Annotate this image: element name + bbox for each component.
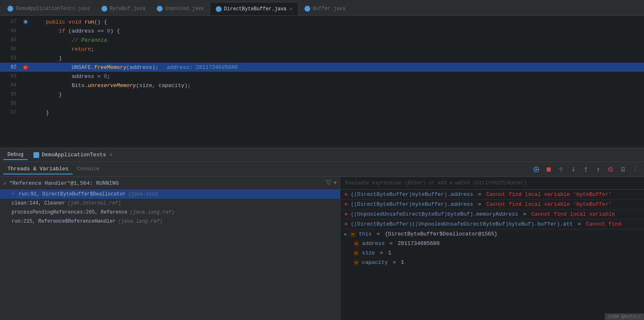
step-out-button[interactable] — [580, 164, 591, 175]
thread-header: ✓ "Reference Handler"@1,564: RUNNING ▼ — [0, 177, 340, 189]
line-content-88: if (address == 0) { — [30, 28, 120, 34]
tab-label-bytebuf: ByteBuf.java — [110, 6, 145, 12]
stack-frame-1[interactable]: clean:144, Cleaner (jdk.internal.ref) — [0, 199, 340, 208]
var-expand-this[interactable]: ▶ — [344, 232, 347, 237]
eval-bar[interactable]: Evaluate expression (Enter) or add a wat… — [340, 177, 644, 190]
stack-method-2: processPendingReferences:265, Reference — [12, 209, 127, 215]
var-item-address: ∞ address = 2811734685680 — [340, 239, 644, 248]
mark-button[interactable] — [618, 164, 628, 175]
var-name-this: this — [359, 231, 372, 237]
var-eq-size: = — [380, 250, 383, 256]
mute-icon — [608, 167, 613, 172]
tab-label-demo: DemoApplicationTests.java — [16, 6, 90, 12]
tab-icon-buffer — [304, 6, 310, 12]
thread-name: "Reference Handler"@1,564: RUNNING — [9, 180, 323, 186]
line-content-87: public void run() { — [30, 19, 107, 25]
line-content-94: Bits.unreserveMemory(size, capacity); — [30, 82, 191, 89]
tab-threads-variables[interactable]: Threads & Variables — [3, 164, 73, 174]
stack-frame-3[interactable]: run:215, Reference$ReferenceHandler (jav… — [0, 217, 340, 226]
mark-icon — [620, 167, 626, 172]
stack-method-3: run:215, Reference$ReferenceHandler — [12, 219, 116, 224]
debug-session-label: DemoApplicationTests — [42, 152, 106, 158]
code-line-89: 89 // Paranoia — [0, 35, 644, 45]
more-icon: ⋮ — [632, 165, 639, 174]
tab-demo[interactable]: DemoApplicationTests.java — [2, 2, 96, 15]
var-item-capacity: ∞ capacity = 1 — [340, 258, 644, 267]
line-content-95: } — [30, 92, 62, 98]
tab-label-buffer: Buffer.java — [313, 6, 345, 12]
svg-point-1 — [24, 21, 27, 23]
var-name-size: size — [362, 250, 375, 256]
var-val-this: {DirectByteBuffer$Deallocator@1565} — [385, 231, 498, 237]
watch-eq-1: = — [478, 201, 481, 207]
watch-val-3: Cannot find — [586, 221, 621, 227]
var-icon-this: ∞ — [350, 231, 356, 237]
watch-val-2: Cannot find local variable — [531, 211, 615, 217]
var-val-size: 1 — [388, 250, 392, 256]
line-content-89: // Paranoia — [30, 37, 107, 43]
line-num-87: 87 — [0, 19, 21, 25]
thread-dropdown-icon[interactable]: ▼ — [334, 180, 337, 186]
variables-panel: Evaluate expression (Enter) or add a wat… — [340, 177, 644, 320]
svg-marker-14 — [326, 180, 331, 184]
debug-toolbar: Threads & Variables Console — [0, 162, 644, 177]
thread-filter-icon[interactable] — [326, 179, 331, 187]
line-num-92: 92 — [0, 64, 21, 70]
stack-frame-2[interactable]: processPendingReferences:265, Reference … — [0, 208, 340, 217]
stack-class-0: (java.nio) — [128, 191, 158, 197]
resume-button[interactable] — [531, 164, 542, 175]
stack-arrow-0: ↩ — [12, 191, 14, 197]
debug-session-tab[interactable]: DemoApplicationTests ✕ — [29, 150, 116, 160]
stack-frame-0[interactable]: ↩ run:92, DirectByteBuffer$Deallocator (… — [0, 189, 340, 199]
breakpoint-92: 🍎 — [23, 65, 28, 70]
code-line-90: 90 return; — [0, 45, 644, 54]
code-line-93: 93 address = 0; — [0, 72, 644, 81]
stack-method-1: clean:144, Cleaner — [12, 200, 65, 206]
step-out2-button[interactable] — [593, 164, 604, 175]
debug-session-close[interactable]: ✕ — [109, 152, 112, 158]
watch-error-icon-2: ⊗ — [344, 211, 347, 217]
code-line-96: 96 — [0, 99, 644, 108]
step-into-button[interactable] — [568, 164, 579, 175]
step-over-icon — [558, 167, 564, 172]
tab-unpooled[interactable]: Unpooled.java — [151, 2, 210, 15]
debug-content: ✓ "Reference Handler"@1,564: RUNNING ▼ ↩… — [0, 177, 644, 320]
watch-expr-3: ((DirectByteBuffer)((UnpooledUnsafeDirec… — [351, 221, 573, 227]
line-content-91: } — [30, 55, 62, 61]
line-num-93: 93 — [0, 73, 21, 79]
stop-button[interactable] — [543, 164, 554, 175]
svg-line-13 — [609, 168, 612, 171]
step-over-button[interactable] — [556, 164, 566, 175]
var-val-address: 2811734685680 — [398, 240, 439, 247]
svg-marker-7 — [572, 170, 575, 172]
tab-buffer[interactable]: Buffer.java — [299, 2, 351, 15]
mute-button[interactable] — [605, 164, 616, 175]
step-out2-icon — [595, 167, 601, 172]
watch-item-1: ⊗ ((DirectByteBuffer)byteBuffer).address… — [340, 200, 644, 209]
status-bar: CSDN @m1f2c3 — [605, 313, 644, 320]
stack-class-1: (jdk.internal.ref) — [68, 200, 121, 206]
watch-item-3: ⊗ ((DirectByteBuffer)((UnpooledUnsafeDir… — [340, 219, 644, 229]
var-eq-address: = — [389, 240, 393, 247]
debug-tab-main[interactable]: Debug — [3, 150, 28, 160]
tab-console[interactable]: Console — [73, 164, 104, 174]
more-button[interactable]: ⋮ — [630, 164, 641, 175]
tab-close-directbytebuffer[interactable]: ✕ — [290, 6, 293, 12]
tab-bytebuf[interactable]: ByteBuf.java — [96, 2, 151, 15]
line-num-94: 94 — [0, 82, 21, 88]
watch-eq-0: = — [478, 191, 481, 198]
step-into-icon — [571, 167, 576, 172]
line-content-93: address = 0; — [30, 73, 110, 80]
watch-error-icon-1: ⊗ — [344, 201, 347, 207]
status-text: CSDN @m1f2c3 — [608, 314, 641, 319]
line-num-95: 95 — [0, 92, 21, 97]
tab-label-unpooled: Unpooled.java — [165, 6, 204, 12]
code-line-95: 95 } — [0, 90, 644, 99]
tab-directbytebuffer[interactable]: DirectByteBuffer.java ✕ — [210, 2, 299, 15]
watch-item-0: ⊗ ((DirectByteBuffer)byteBuffer).address… — [340, 190, 644, 200]
stack-method-0: run:92, DirectByteBuffer$Deallocator — [19, 191, 125, 197]
tab-icon-unpooled — [157, 6, 163, 12]
debug-panel: Debug DemoApplicationTests ✕ Threads & V… — [0, 148, 644, 320]
line-num-90: 90 — [0, 46, 21, 52]
svg-rect-4 — [547, 167, 551, 172]
